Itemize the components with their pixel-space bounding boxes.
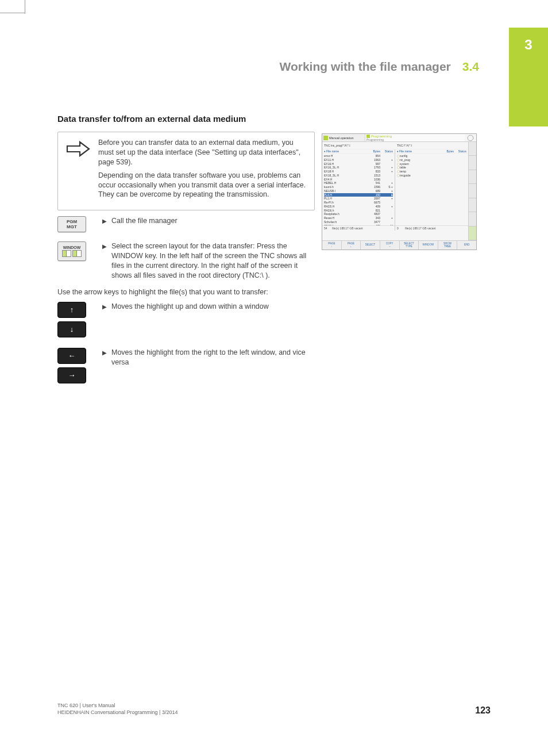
file-row[interactable]: ▢table	[397, 166, 466, 170]
chapter-tab: 3	[509, 28, 548, 126]
arrow-down-key[interactable]: ↓	[57, 321, 86, 337]
step-1-text: Call the file manager	[111, 216, 316, 226]
step-4: ← → ▶Moves the highlight from the right …	[57, 348, 316, 387]
scr-title-2: Programming	[366, 138, 384, 141]
softkey[interactable]: PAGE ↑	[322, 241, 342, 250]
step-2: WINDOW ▶Select the screen layout for the…	[57, 241, 316, 281]
header-section: 3.4	[462, 60, 479, 74]
arrow-left-key[interactable]: ←	[57, 348, 86, 364]
heidenhain-logo-icon	[465, 134, 476, 141]
file-row[interactable]: Rastplatte.h4837	[324, 212, 393, 216]
triangle-icon: ▶	[102, 243, 107, 281]
scr-title-area: Programming Programming	[365, 134, 465, 141]
file-row[interactable]: EX16_SL.H1793+	[324, 166, 393, 170]
step-1: PGM MGT ▶Call the file manager	[57, 216, 316, 235]
softkey[interactable]: SHOW TREE	[438, 241, 458, 250]
scr-left-panel: ♦ File nameBytesStatus error.H854EX11.H1…	[322, 149, 395, 231]
col-bytes: Bytes	[440, 149, 454, 153]
file-row[interactable]: Schulter.h3477	[324, 220, 393, 224]
scr-right-path: TNC:\*.H;*.I	[395, 142, 468, 149]
col-status: Status	[380, 149, 393, 153]
step-4-text: Moves the highlight from the right to th…	[111, 348, 316, 367]
file-row[interactable]: NEUSB.I689+	[324, 189, 393, 193]
file-row[interactable]: ▢nc_prog	[397, 158, 466, 162]
col-bytes: Bytes	[366, 149, 380, 153]
chapter-number: 3	[524, 37, 532, 53]
arrow-down-icon: ↓	[70, 325, 74, 333]
footer-line-2: HEIDENHAIN Conversational Programming | …	[57, 709, 177, 716]
file-row[interactable]: RAD5.H409+	[324, 205, 393, 209]
file-row[interactable]: EX18.H833+	[324, 170, 393, 174]
file-row[interactable]: ▢temp	[397, 170, 466, 174]
page-footer: TNC 620 | User's Manual HEIDENHAIN Conve…	[57, 702, 491, 716]
softkey[interactable]: END	[457, 241, 476, 250]
scr-right-status: file(s) 188.17 GB vacant	[405, 227, 436, 230]
scr-sidebar	[468, 142, 476, 240]
arrow-right-key[interactable]: →	[57, 367, 86, 383]
scr-right-panel: ♦ File nameBytesStatus ▢config▢nc_prog▢s…	[395, 149, 468, 231]
file-row[interactable]: PL4.H150E	[324, 193, 393, 197]
step-3: ↑ ↓ ▶Moves the highlight up and down wit…	[57, 302, 316, 341]
arrow-up-key[interactable]: ↑	[57, 302, 86, 318]
arrow-right-icon: →	[68, 371, 76, 379]
svg-point-0	[468, 135, 473, 141]
scr-mode-label: Manual operation	[322, 134, 365, 141]
pgm-mgt-key[interactable]: PGM MGT	[57, 216, 86, 232]
mode-icon	[323, 136, 328, 140]
triangle-icon: ▶	[102, 349, 107, 367]
file-row[interactable]: EX4.H1036	[324, 178, 393, 182]
file-row[interactable]: Ra-Pl.h6675	[324, 201, 393, 205]
softkey[interactable]: PAGE ↓	[342, 241, 361, 250]
softkey[interactable]: SELECT	[361, 241, 380, 250]
file-row[interactable]: HEBEL.H541+	[324, 181, 393, 185]
col-filename: ♦ File name	[324, 149, 366, 153]
col-status: Status	[454, 149, 466, 153]
col-filename: ♦ File name	[397, 149, 440, 153]
info-box: Before you can transfer data to an exter…	[57, 132, 315, 210]
softkey[interactable]: SELECT TYPE	[400, 241, 419, 250]
scr-header: Manual operation Programming Programming	[322, 134, 476, 142]
tnc-screenshot: Manual operation Programming Programming…	[322, 133, 477, 250]
info-paragraph-1: Before you can transfer data to an exter…	[98, 138, 306, 167]
file-row[interactable]: ▢config	[397, 154, 466, 158]
window-key-icon	[62, 250, 82, 257]
mid-instruction: Use the arrow keys to highlight the file…	[57, 287, 316, 297]
file-row[interactable]: EX11.H1963+	[324, 158, 393, 162]
file-row[interactable]: error.H854	[324, 154, 393, 158]
triangle-icon: ▶	[102, 217, 107, 226]
page-header: Working with the file manager 3.4	[279, 60, 479, 74]
file-row[interactable]: PL1.H2697+	[324, 197, 393, 201]
scr-softkeys: PAGE ↑PAGE ↓SELECTCOPY →SELECT TYPEWINDO…	[322, 240, 476, 250]
file-row[interactable]: EX16.H997	[324, 162, 393, 166]
file-row[interactable]: koord.h1596S +	[324, 185, 393, 189]
step-3-text: Moves the highlight up and down within a…	[111, 302, 316, 312]
softkey[interactable]: COPY →	[380, 241, 400, 250]
triangle-icon: ▶	[102, 303, 107, 312]
header-title: Working with the file manager	[279, 60, 450, 74]
file-row[interactable]: EX18_SL.H1513	[324, 174, 393, 178]
section-heading: Data transfer to/from an external data m…	[57, 114, 483, 124]
footer-line-1: TNC 620 | User's Manual	[57, 702, 177, 709]
window-key-label: WINDOW	[63, 245, 81, 250]
info-paragraph-2: Depending on the data transfer software …	[98, 171, 306, 200]
file-row[interactable]: Reset.H343+	[324, 216, 393, 220]
softkey[interactable]: WINDOW	[419, 241, 438, 250]
arrow-right-icon	[66, 140, 91, 158]
file-row[interactable]: ▢system	[397, 162, 466, 166]
page-number: 123	[475, 705, 491, 716]
step-2-text: Select the screen layout for the data tr…	[111, 241, 316, 281]
window-key[interactable]: WINDOW	[57, 241, 86, 261]
arrow-left-icon: ←	[68, 351, 76, 360]
file-row[interactable]: ▢tncguide	[397, 174, 466, 178]
scr-left-status: file(s) 188.17 GB vacant	[332, 227, 363, 230]
scr-left-path: TNC:\nc_prog\*.H;*.I	[322, 142, 395, 149]
scr-right-count: 0	[397, 227, 405, 230]
file-row[interactable]: RAD6.h821	[324, 209, 393, 213]
arrow-up-icon: ↑	[70, 305, 74, 314]
scr-left-count: 54	[324, 227, 332, 230]
